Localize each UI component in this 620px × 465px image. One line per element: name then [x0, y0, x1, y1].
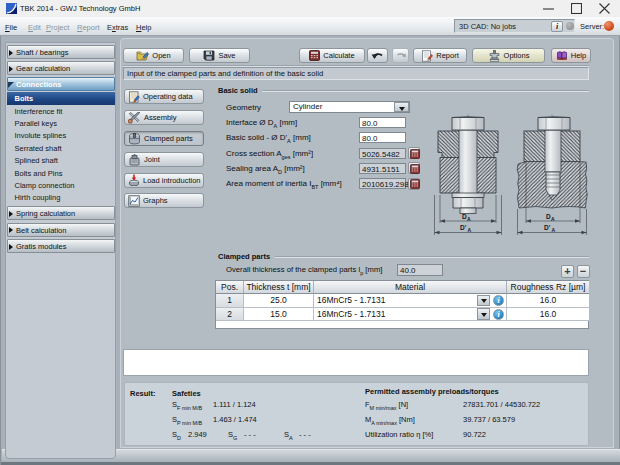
- svg-text:D': D': [460, 224, 467, 231]
- svg-text:D': D': [544, 224, 551, 231]
- svg-text:A: A: [552, 227, 556, 233]
- svg-text:A: A: [551, 216, 555, 222]
- svg-text:A: A: [467, 216, 471, 222]
- svg-text:A: A: [468, 227, 472, 233]
